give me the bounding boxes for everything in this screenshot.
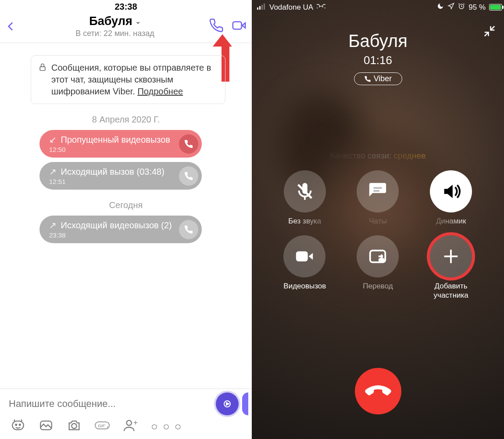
chat-screen: 23:38 Бабуля ⌄ В сети: 22 мин. назад xyxy=(0,0,252,439)
svg-rect-16 xyxy=(259,6,261,10)
svg-rect-28 xyxy=(379,259,384,262)
transfer-button[interactable]: Перевод xyxy=(357,235,399,300)
svg-text:+: + xyxy=(107,425,109,429)
more-button[interactable]: ○ ○ ○ xyxy=(151,420,182,433)
video-toggle-button[interactable]: Видеовызов xyxy=(283,235,326,300)
voice-call-button[interactable] xyxy=(209,18,224,35)
call-time: 12:50 xyxy=(49,146,174,153)
svg-rect-0 xyxy=(233,22,242,29)
attachment-toolbar: GIF+ + ○ ○ ○ xyxy=(6,415,248,435)
call-label: Исходящий видеовызов (2) xyxy=(61,220,172,230)
svg-text:GIF: GIF xyxy=(98,423,105,428)
svg-marker-4 xyxy=(226,403,229,405)
add-participant-button[interactable]: Добавить участника xyxy=(430,235,472,300)
chevron-down-icon: ⌄ xyxy=(135,17,141,25)
svg-rect-2 xyxy=(40,67,45,70)
svg-rect-25 xyxy=(296,252,308,262)
svg-marker-26 xyxy=(309,253,313,260)
video-call-button[interactable] xyxy=(232,18,247,35)
camera-button[interactable] xyxy=(67,418,82,435)
message-input-area: GIF+ + ○ ○ ○ xyxy=(0,389,252,439)
control-label: Видеовызов xyxy=(283,282,326,291)
encryption-notice[interactable]: Сообщения, которые вы отправляете в этот… xyxy=(31,55,225,104)
viber-badge-text: Viber xyxy=(374,74,392,83)
call-duration: 01:16 xyxy=(252,54,504,67)
date-separator: Сегодня xyxy=(0,200,252,210)
svg-marker-1 xyxy=(242,23,245,28)
minimize-button[interactable] xyxy=(483,25,496,40)
call-contact-name: Бабуля xyxy=(252,31,504,51)
share-contact-button[interactable]: + xyxy=(123,418,138,435)
hangup-button[interactable] xyxy=(355,368,401,414)
control-label: Добавить участника xyxy=(430,282,472,300)
location-icon xyxy=(447,3,454,12)
svg-point-13 xyxy=(127,421,132,425)
last-seen: В сети: 22 мин. назад xyxy=(21,29,209,38)
status-bar: Vodafone UA 95 % xyxy=(252,0,504,12)
message-input[interactable] xyxy=(6,394,212,414)
contact-name: Бабуля xyxy=(89,14,132,28)
carrier-name: Vodafone UA xyxy=(269,3,313,12)
gif-button[interactable]: GIF+ xyxy=(95,418,110,435)
redial-button[interactable] xyxy=(179,166,198,186)
call-log-outgoing-video[interactable]: ↗ Исходящий видеовызов (2) 23:38 xyxy=(39,216,202,243)
encryption-text: Сообщения, которые вы отправляете в этот… xyxy=(51,63,211,96)
status-time: 23:38 xyxy=(0,0,252,12)
incoming-arrow-icon: ↙ xyxy=(49,135,57,144)
svg-text:+: + xyxy=(133,418,138,427)
svg-point-9 xyxy=(71,424,76,428)
call-log-missed[interactable]: ↙ Пропущенный видеовызов 12:50 xyxy=(39,130,202,158)
signal-icon xyxy=(257,3,266,12)
outgoing-arrow-icon: ↗ xyxy=(49,220,57,230)
battery-icon xyxy=(489,4,499,11)
chat-header: Бабуля ⌄ В сети: 22 мин. назад xyxy=(0,12,252,43)
svg-point-7 xyxy=(19,424,21,425)
svg-point-6 xyxy=(15,424,17,425)
alarm-icon xyxy=(458,3,465,12)
call-time: 23:38 xyxy=(49,231,174,239)
call-time: 12:51 xyxy=(49,178,174,185)
viber-badge: Viber xyxy=(354,72,402,85)
sticker-button[interactable] xyxy=(11,418,25,435)
gallery-button[interactable] xyxy=(39,418,54,435)
battery-percent: 95 % xyxy=(468,3,486,12)
svg-rect-24 xyxy=(374,190,379,191)
scroll-to-bottom-button[interactable] xyxy=(242,392,248,415)
svg-rect-15 xyxy=(257,7,258,10)
contact-name-button[interactable]: Бабуля ⌄ xyxy=(89,14,140,28)
call-log-outgoing[interactable]: ↗ Исходящий вызов (03:48) 12:51 xyxy=(39,162,202,190)
call-screen: Vodafone UA 95 % Бабуля 01:16 xyxy=(252,0,504,439)
date-separator: 8 Апреля 2020 Г. xyxy=(0,115,252,125)
svg-rect-23 xyxy=(374,187,382,188)
call-label: Исходящий вызов (03:48) xyxy=(61,167,164,176)
call-label: Пропущенный видеовызов xyxy=(61,135,170,144)
moon-icon xyxy=(437,3,444,12)
redial-button[interactable] xyxy=(179,134,198,154)
svg-rect-18 xyxy=(264,4,265,10)
lock-icon xyxy=(38,63,47,75)
back-button[interactable] xyxy=(5,21,21,32)
voice-message-button[interactable] xyxy=(216,392,239,415)
outgoing-arrow-icon: ↗ xyxy=(49,167,57,176)
svg-rect-17 xyxy=(261,5,263,10)
redial-button[interactable] xyxy=(179,220,198,239)
vpn-icon xyxy=(317,3,325,12)
encryption-more-link[interactable]: Подробнее xyxy=(137,86,183,96)
